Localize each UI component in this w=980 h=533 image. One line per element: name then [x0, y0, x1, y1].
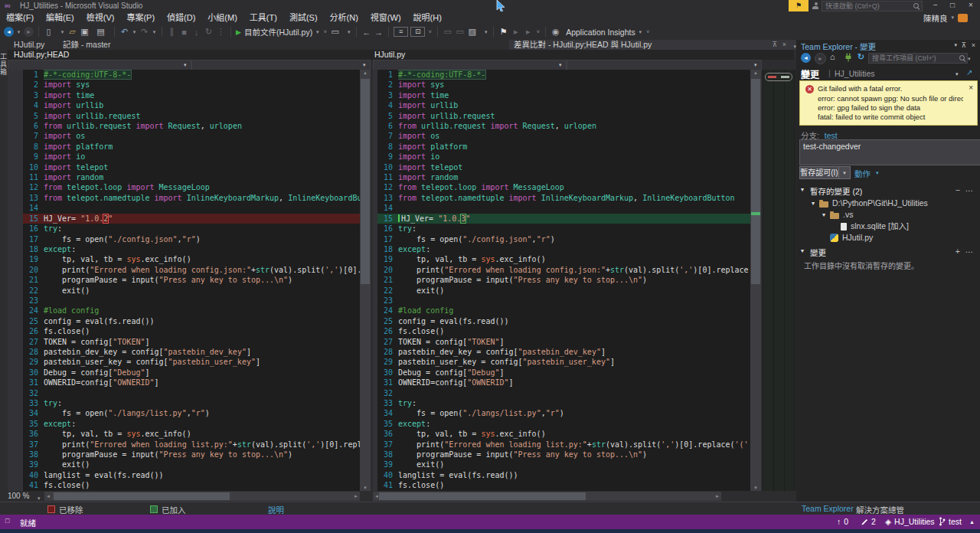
code-line-left-41[interactable]: 41fs.close(): [8, 480, 360, 490]
code-line-left-31[interactable]: 31OWNERID=config["OWNERID"]: [8, 378, 360, 387]
code-line-right-27[interactable]: 27TOKEN = config["TOKEN"]: [373, 337, 750, 347]
menu-item[interactable]: 檢視(V): [80, 11, 121, 24]
search-dropdown-icon[interactable]: ▾: [968, 56, 971, 62]
code-line-right-3[interactable]: 3import time: [373, 90, 750, 100]
code-line-left-28[interactable]: 28pastebin_dev_key = config["pastebin_de…: [8, 347, 360, 357]
close-panel-icon[interactable]: ×: [972, 41, 975, 49]
code-line-right-35[interactable]: 35except:: [373, 419, 750, 429]
tree-item[interactable]: ▾.vs: [796, 209, 980, 221]
code-line-right-37[interactable]: 37 print("Errored when loading list.py:"…: [373, 440, 750, 450]
code-line-left-18[interactable]: 18except:: [8, 244, 360, 254]
code-line-right-16[interactable]: 16try:: [373, 224, 750, 234]
diff-left-editor[interactable]: 1#-*-coding:UTF-8-*-2import sys3import t…: [8, 70, 360, 491]
undo-dropdown[interactable]: ▾: [132, 29, 137, 35]
code-line-left-12[interactable]: 12from telepot.loop import MessageLoop: [8, 182, 360, 192]
menu-item[interactable]: 編輯(E): [40, 11, 80, 24]
code-line-right-1[interactable]: 1#-*-coding:UTF-8-*-: [373, 70, 750, 80]
scrollbar-thumb[interactable]: [751, 79, 760, 284]
code-line-left-6[interactable]: 6from urllib.request import Request, url…: [8, 121, 360, 131]
open-file-icon[interactable]: ▱: [67, 27, 77, 37]
tab-team-explorer[interactable]: Team Explorer: [802, 504, 854, 513]
menu-item[interactable]: 偵錯(D): [161, 11, 201, 24]
code-line-right-24[interactable]: 24#load config: [373, 306, 750, 316]
tree-item[interactable]: ▾D:\PythonP\Git\HJ_Utilities: [796, 198, 980, 209]
code-line-left-39[interactable]: 39 exit(): [8, 459, 360, 469]
zoom-level-dropdown[interactable]: 100 %▾: [8, 492, 43, 501]
scroll-down-icon[interactable]: ▼: [750, 486, 761, 490]
inline-view-toggle-icon[interactable]: ≡: [394, 27, 408, 37]
feedback-icon[interactable]: [812, 2, 819, 9]
dismiss-error-icon[interactable]: ×: [969, 83, 973, 92]
code-line-left-2[interactable]: 2import sys: [8, 80, 360, 90]
compare-files-dropdown[interactable]: ▾: [346, 29, 351, 35]
code-line-left-1[interactable]: 1#-*-coding:UTF-8-*-: [8, 70, 360, 80]
expander-icon[interactable]: ▾: [822, 209, 830, 221]
scrollbar-thumb[interactable]: [54, 492, 230, 500]
code-line-right-10[interactable]: 10import telepot: [373, 162, 750, 172]
code-line-right-11[interactable]: 11import random: [373, 172, 750, 182]
code-line-right-9[interactable]: 9import io: [373, 152, 750, 162]
commit-staged-button[interactable]: 暫存認可(I): [799, 166, 839, 179]
pause-icon[interactable]: ∥: [167, 27, 177, 37]
menu-item[interactable]: 工具(T): [243, 11, 283, 24]
save-icon[interactable]: ▣: [80, 27, 90, 37]
code-line-left-24[interactable]: 24#load config: [8, 306, 360, 316]
code-line-left-14[interactable]: 14: [8, 203, 360, 213]
code-line-left-40[interactable]: 40langlist = eval(fs.read()): [8, 470, 360, 480]
close-button[interactable]: ×: [963, 0, 978, 11]
tree-item[interactable]: ▾slnx.sqlite [加入]: [796, 221, 980, 232]
staged-changes-section-header[interactable]: ▾ 暫存的變更 (2) − …: [796, 185, 980, 197]
code-line-right-5[interactable]: 5import urllib.request: [373, 111, 750, 121]
code-line-left-29[interactable]: 29pastebin_user_key = config["pastebin_u…: [8, 357, 360, 367]
account-area[interactable]: 陳精良 ▾: [923, 11, 968, 24]
scroll-down-icon[interactable]: ▼: [360, 486, 371, 490]
compare-files-icon[interactable]: ▭: [330, 27, 340, 37]
application-insights-label[interactable]: Application Insights: [563, 28, 635, 37]
previous-bookmark-icon[interactable]: ▸: [511, 27, 521, 37]
unpushed-commits-indicator[interactable]: ↑ 0: [837, 517, 848, 526]
code-line-left-34[interactable]: 34 fs = open("./langs/list.py","r"): [8, 408, 360, 418]
scroll-right-icon[interactable]: ►: [354, 492, 358, 501]
code-line-right-38[interactable]: 38 programPause = input("Press any key t…: [373, 450, 750, 459]
code-line-left-13[interactable]: 13from telepot.namedtuple import InlineK…: [8, 193, 360, 203]
code-line-right-30[interactable]: 30Debug = config["Debug"]: [373, 368, 750, 378]
code-line-right-8[interactable]: 8import platform: [373, 142, 750, 152]
diff-overview-margin[interactable]: [763, 70, 795, 491]
scroll-up-icon[interactable]: ▲: [360, 70, 371, 75]
code-line-right-7[interactable]: 7import os: [373, 131, 750, 141]
code-line-left-26[interactable]: 26fs.close(): [8, 326, 360, 336]
repository-indicator[interactable]: ◈ HJ_Utilities: [885, 517, 935, 526]
code-line-left-30[interactable]: 30Debug = config["Debug"]: [8, 368, 360, 378]
code-line-left-36[interactable]: 36 tp, val, tb = sys.exc_info(): [8, 429, 360, 439]
menu-item[interactable]: 說明(H): [407, 11, 448, 24]
restart-icon[interactable]: ↻: [204, 27, 214, 37]
new-file-icon[interactable]: ▯: [44, 27, 54, 37]
navigate-backward-icon[interactable]: ◄: [4, 27, 14, 37]
tree-item[interactable]: ▾HJutil.py: [796, 232, 980, 244]
code-line-right-29[interactable]: 29pastebin_user_key = config["pastebin_u…: [373, 357, 750, 367]
code-line-left-27[interactable]: 27TOKEN = config["TOKEN"]: [8, 337, 360, 347]
unstage-all-icon[interactable]: −: [956, 185, 960, 195]
popout-icon[interactable]: ↗: [966, 68, 972, 77]
code-line-left-25[interactable]: 25config = eval(fs.read()): [8, 316, 360, 326]
left-horizontal-scrollbar[interactable]: ◄ ►: [44, 492, 360, 501]
scroll-right-icon[interactable]: ►: [715, 492, 720, 501]
debug-more-icon[interactable]: ⋮: [216, 27, 226, 37]
next-difference-icon[interactable]: →: [374, 28, 384, 37]
code-line-right-26[interactable]: 26fs.close(): [373, 326, 750, 336]
application-insights-icon[interactable]: ◉: [550, 27, 560, 37]
code-line-right-6[interactable]: 6from urllib.request import Request, url…: [373, 121, 750, 131]
code-line-left-19[interactable]: 19 tp, val, tb = sys.exc_info(): [8, 254, 360, 264]
snippet-icon[interactable]: ▨: [467, 27, 477, 37]
code-line-right-41[interactable]: 41fs.close(): [373, 480, 750, 490]
changes-section-header[interactable]: ▾ 變更 + …: [796, 247, 980, 258]
tab-diff-compare[interactable]: 差異比對 - HJutil.py;HEAD 與 HJutil.py ⊼ × ▾: [509, 40, 799, 50]
code-line-left-7[interactable]: 7import os: [8, 131, 360, 141]
code-line-left-11[interactable]: 11import random: [8, 172, 360, 182]
code-line-left-38[interactable]: 38 programPause = input("Press any key t…: [8, 450, 360, 459]
code-line-right-4[interactable]: 4import urllib: [373, 100, 750, 110]
code-line-right-32[interactable]: 32: [373, 388, 750, 398]
code-line-left-4[interactable]: 4import urllib: [8, 100, 360, 110]
code-line-left-16[interactable]: 16try:: [8, 224, 360, 234]
title-bar[interactable]: ∞ HJ_Utilities - Microsoft Visual Studio…: [0, 0, 980, 11]
